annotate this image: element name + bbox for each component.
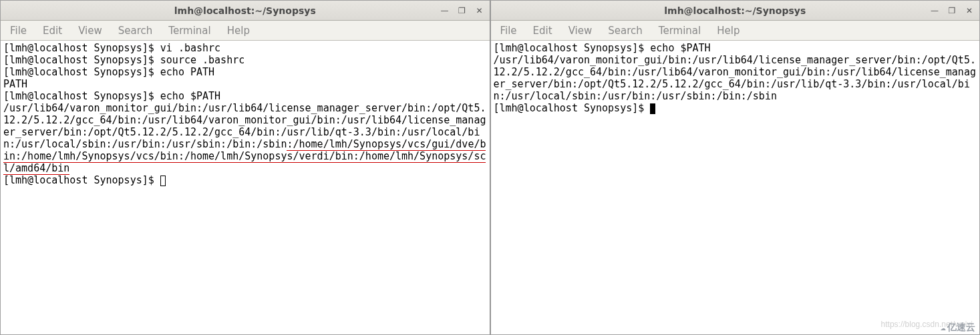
window-title: lmh@localhost:~/Synopsys [664,5,806,16]
terminal-window-left: lmh@localhost:~/Synopsys — ❐ ✕ File Edit… [0,0,490,335]
titlebar-left[interactable]: lmh@localhost:~/Synopsys — ❐ ✕ [1,1,490,21]
menu-file[interactable]: File [3,23,33,38]
terminal-line: [lmh@localhost Synopsys]$ vi .bashrc [3,42,220,54]
logo-text: 亿速云 [947,321,975,333]
title-controls: — ❐ ✕ [929,5,975,17]
maximize-button[interactable]: ❐ [946,5,958,17]
minimize-button[interactable]: — [929,5,941,17]
terminal-window-right: lmh@localhost:~/Synopsys — ❐ ✕ File Edit… [490,0,981,335]
menubar-left: File Edit View Search Terminal Help [1,21,490,41]
terminal-line: [lmh@localhost Synopsys]$ echo $PATH [494,42,711,54]
path-output: /usr/lib64/varon_monitor_gui/bin:/usr/li… [494,54,976,102]
terminal-line: PATH [3,78,27,90]
terminal-line: [lmh@localhost Synopsys]$ source .bashrc [3,54,244,66]
menu-terminal[interactable]: Terminal [652,23,707,38]
terminal-line: [lmh@localhost Synopsys]$ echo $PATH [3,90,220,102]
terminal-right[interactable]: [lmh@localhost Synopsys]$ echo $PATH /us… [491,41,980,334]
terminal-line: [lmh@localhost Synopsys]$ echo PATH [3,66,214,78]
minimize-button[interactable]: — [439,5,451,17]
menu-edit[interactable]: Edit [36,23,69,38]
menu-terminal[interactable]: Terminal [162,23,217,38]
terminal-prompt: [lmh@localhost Synopsys]$ [3,174,160,186]
close-button[interactable]: ✕ [474,5,486,17]
menu-search[interactable]: Search [112,23,160,38]
terminal-left[interactable]: [lmh@localhost Synopsys]$ vi .bashrc [lm… [1,41,490,334]
menu-view[interactable]: View [562,23,599,38]
menu-search[interactable]: Search [601,23,649,38]
menu-view[interactable]: View [71,23,109,38]
cursor-icon [160,176,166,186]
maximize-button[interactable]: ❐ [456,5,468,17]
menubar-right: File Edit View Search Terminal Help [491,21,980,41]
menu-help[interactable]: Help [220,23,257,38]
cursor-icon [650,103,655,114]
titlebar-right[interactable]: lmh@localhost:~/Synopsys — ❐ ✕ [491,1,980,21]
close-button[interactable]: ✕ [963,5,975,17]
terminal-prompt: [lmh@localhost Synopsys]$ [494,102,651,114]
window-title: lmh@localhost:~/Synopsys [174,5,316,16]
watermark-logo: ☁ 亿速云 [941,321,975,333]
menu-help[interactable]: Help [710,23,746,38]
cloud-icon: ☁ [941,321,946,333]
menu-edit[interactable]: Edit [526,23,559,38]
menu-file[interactable]: File [494,23,524,38]
title-controls: — ❐ ✕ [439,5,486,17]
